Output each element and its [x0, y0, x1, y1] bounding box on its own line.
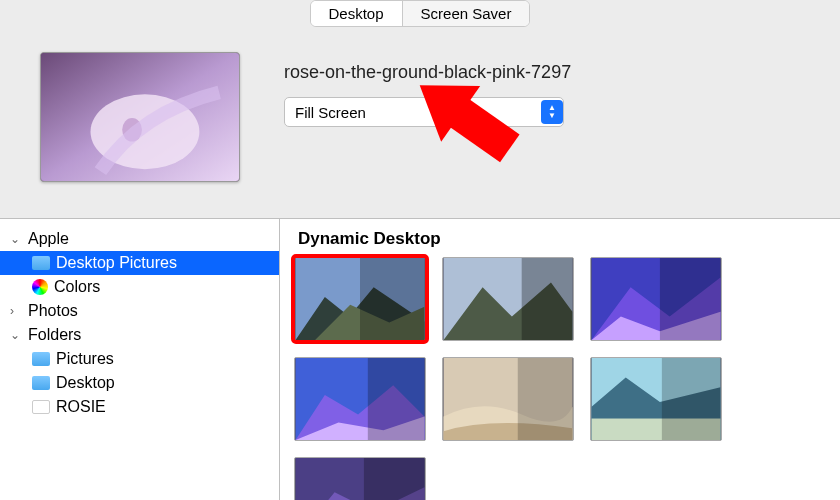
source-list: ⌄ Apple Desktop Pictures Colors › Photos…	[0, 219, 280, 500]
current-wallpaper-preview: rose-on-the-ground-black-pink-7297 Fill …	[40, 52, 571, 182]
wallpaper-filename: rose-on-the-ground-black-pink-7297	[284, 62, 571, 83]
fill-mode-select[interactable]: Fill Screen ▲▼	[284, 97, 564, 127]
wallpaper-tile[interactable]	[294, 457, 426, 500]
svg-rect-19	[368, 358, 425, 440]
sidebar-group-label: Photos	[28, 302, 78, 320]
svg-rect-21	[518, 358, 573, 440]
svg-rect-8	[360, 258, 424, 340]
sidebar-group-folders[interactable]: ⌄ Folders	[0, 323, 279, 347]
wallpaper-tile[interactable]	[442, 357, 574, 441]
sidebar-group-label: Folders	[28, 326, 81, 344]
fill-mode-value: Fill Screen	[295, 104, 366, 121]
select-stepper-icon: ▲▼	[541, 100, 563, 124]
folder-icon	[32, 400, 50, 414]
pref-tab-bar: Desktop Screen Saver	[0, 0, 840, 36]
folder-icon	[32, 352, 50, 366]
tab-desktop[interactable]: Desktop	[311, 1, 402, 26]
wallpaper-gallery: Dynamic Desktop Light a	[280, 219, 840, 500]
wallpaper-meta: rose-on-the-ground-black-pink-7297 Fill …	[284, 52, 571, 182]
chevron-down-icon: ⌄	[10, 232, 22, 246]
sidebar-group-photos[interactable]: › Photos	[0, 299, 279, 323]
dynamic-desktop-grid	[294, 257, 826, 500]
color-wheel-icon	[32, 279, 48, 295]
svg-rect-25	[662, 358, 721, 440]
tab-group: Desktop Screen Saver	[310, 0, 531, 27]
lower-panel: ⌄ Apple Desktop Pictures Colors › Photos…	[0, 218, 840, 500]
folder-icon	[32, 376, 50, 390]
sidebar-item-label: Desktop	[56, 374, 115, 392]
chevron-down-icon: ⌄	[10, 328, 22, 342]
svg-rect-29	[364, 458, 425, 500]
wallpaper-tile[interactable]	[294, 357, 426, 441]
chevron-right-icon: ›	[10, 304, 22, 318]
tab-screen-saver[interactable]: Screen Saver	[402, 1, 530, 26]
sidebar-group-apple[interactable]: ⌄ Apple	[0, 227, 279, 251]
sidebar-item-colors[interactable]: Colors	[0, 275, 279, 299]
sidebar-item-rosie[interactable]: ROSIE	[0, 395, 279, 419]
svg-rect-15	[660, 258, 721, 340]
wallpaper-tile[interactable]	[442, 257, 574, 341]
svg-rect-11	[522, 258, 573, 340]
wallpaper-tile[interactable]	[590, 357, 722, 441]
sidebar-item-desktop-folder[interactable]: Desktop	[0, 371, 279, 395]
wallpaper-tile[interactable]	[590, 257, 722, 341]
wallpaper-tile[interactable]	[294, 257, 426, 341]
current-wallpaper-thumbnail	[40, 52, 240, 182]
sidebar-item-label: Pictures	[56, 350, 114, 368]
sidebar-item-label: Desktop Pictures	[56, 254, 177, 272]
sidebar-item-pictures[interactable]: Pictures	[0, 347, 279, 371]
sidebar-item-desktop-pictures[interactable]: Desktop Pictures	[0, 251, 279, 275]
folder-icon	[32, 256, 50, 270]
sidebar-group-label: Apple	[28, 230, 69, 248]
sidebar-item-label: ROSIE	[56, 398, 106, 416]
section-dynamic-desktop: Dynamic Desktop	[298, 229, 826, 249]
sidebar-item-label: Colors	[54, 278, 100, 296]
